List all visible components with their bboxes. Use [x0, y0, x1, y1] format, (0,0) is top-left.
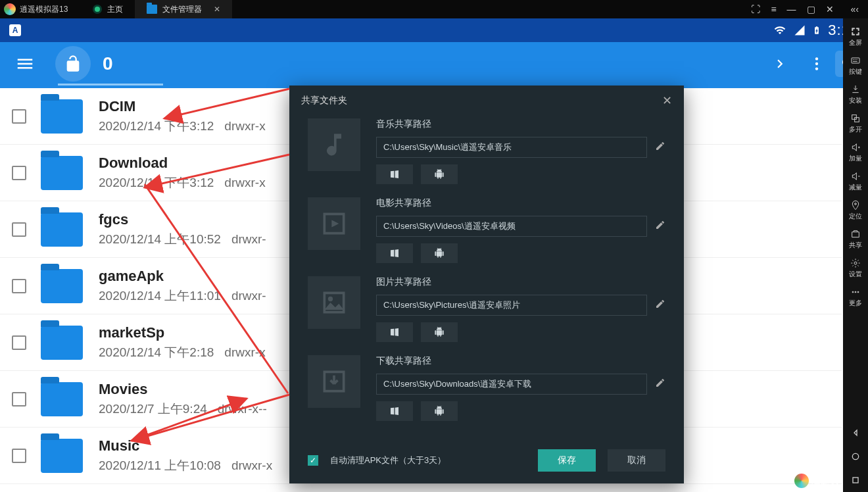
file-meta: 2020/12/14 下午3:12drwxr-x: [99, 174, 266, 191]
sidebar-label: 定位: [849, 212, 862, 221]
path-input[interactable]: [376, 216, 647, 237]
emulator-title: 逍遥模拟器13: [20, 4, 68, 15]
brand-text: 逍遥安: [811, 475, 839, 487]
tab-filemanager[interactable]: 文件管理器 ✕: [135, 0, 232, 18]
win-maximize-button[interactable]: ▢: [807, 4, 815, 14]
sidebar-label: 共享: [849, 241, 862, 250]
sidebar-label: 减量: [849, 183, 862, 192]
sidebar-locate-button[interactable]: 定位: [843, 196, 868, 225]
open-windows-button[interactable]: [376, 322, 413, 342]
sidebar-more-button[interactable]: 更多: [843, 283, 868, 312]
file-meta: 2020/12/14 上午11:01drwxr-: [99, 287, 266, 305]
win-expand-icon[interactable]: «‹: [851, 4, 859, 14]
svg-point-7: [852, 291, 854, 293]
save-button[interactable]: 保存: [538, 449, 596, 472]
video-icon: [308, 197, 360, 250]
auto-clean-checkbox[interactable]: ✓: [308, 455, 318, 466]
file-name: fgcs: [99, 211, 266, 228]
open-windows-button[interactable]: [376, 243, 413, 263]
emulator-sidebar: 全屏按键安装多开加量减量定位共享设置更多: [843, 18, 868, 492]
sidebar-fullscreen-button[interactable]: 全屏: [843, 22, 868, 51]
file-name: gameApk: [99, 268, 266, 285]
share-section: 电影共享路径: [308, 197, 665, 263]
file-name: marketSp: [99, 324, 266, 341]
path-input[interactable]: [376, 295, 647, 316]
nav-home-button[interactable]: [843, 445, 868, 468]
row-checkbox[interactable]: [12, 279, 26, 293]
open-android-button[interactable]: [421, 401, 458, 421]
share-label: 音乐共享路径: [376, 118, 665, 130]
svg-point-1: [815, 62, 818, 65]
win-menu-icon[interactable]: ≡: [771, 4, 776, 14]
open-windows-button[interactable]: [376, 164, 413, 184]
share-label: 图片共享路径: [376, 276, 665, 288]
sidebar-gear-button[interactable]: 设置: [843, 254, 868, 283]
signal-icon: [794, 24, 806, 36]
folder-icon: [41, 382, 83, 416]
file-name: Music: [99, 437, 272, 455]
share-section: 下载共享路径: [308, 355, 665, 421]
sidebar-multi-button[interactable]: 多开: [843, 109, 868, 138]
row-checkbox[interactable]: [12, 109, 26, 124]
open-android-button[interactable]: [421, 243, 458, 263]
win-close-button[interactable]: ✕: [826, 4, 834, 14]
edit-path-button[interactable]: [655, 299, 665, 312]
edit-path-button[interactable]: [655, 378, 665, 391]
svg-point-0: [815, 57, 818, 60]
sidebar-label: 安装: [849, 96, 862, 105]
file-meta: 2020/12/14 上午10:52drwxr-: [99, 231, 266, 248]
hamburger-menu-button[interactable]: [7, 45, 43, 82]
file-name: Movies: [99, 381, 267, 398]
svg-point-10: [852, 453, 858, 459]
tab-close-button[interactable]: ✕: [214, 5, 220, 14]
folder-icon: [41, 212, 83, 247]
row-checkbox[interactable]: [12, 222, 26, 237]
edit-path-button[interactable]: [655, 220, 665, 233]
open-android-button[interactable]: [421, 322, 458, 342]
sidebar-volup-button[interactable]: 加量: [843, 138, 868, 167]
music-icon: [308, 118, 360, 171]
dialog-close-button[interactable]: ✕: [662, 93, 672, 108]
row-checkbox[interactable]: [12, 166, 26, 180]
tab-filemanager-label: 文件管理器: [162, 4, 202, 15]
cancel-button[interactable]: 取消: [608, 449, 665, 472]
forward-button[interactable]: [761, 45, 798, 82]
row-checkbox[interactable]: [12, 449, 26, 463]
sidebar-label: 按键: [849, 67, 862, 76]
open-android-button[interactable]: [421, 164, 458, 184]
sidebar-label: 多开: [849, 125, 862, 134]
sidebar-label: 更多: [849, 299, 862, 308]
share-folder-dialog: 共享文件夹 ✕ 音乐共享路径 电影共享路径: [289, 86, 684, 483]
path-input[interactable]: [376, 137, 647, 158]
win-capture-icon[interactable]: ⛶: [751, 4, 760, 14]
path-input[interactable]: [376, 374, 647, 395]
folder-icon: [41, 269, 83, 303]
row-checkbox[interactable]: [12, 335, 26, 350]
sidebar-label: 全屏: [849, 38, 862, 47]
wifi-icon: [773, 24, 787, 36]
lock-button[interactable]: [55, 46, 91, 82]
svg-point-2: [815, 67, 818, 70]
svg-rect-5: [855, 118, 859, 122]
edit-path-button[interactable]: [655, 141, 665, 154]
tab-home-label: 主页: [107, 4, 123, 15]
open-windows-button[interactable]: [376, 401, 413, 421]
sidebar-keys-button[interactable]: 按键: [843, 51, 868, 80]
sidebar-share-button[interactable]: 共享: [843, 225, 868, 254]
sidebar-voldn-button[interactable]: 减量: [843, 167, 868, 196]
folder-icon: [147, 5, 157, 14]
nav-back-button[interactable]: [843, 421, 868, 445]
tab-home[interactable]: 主页: [81, 0, 135, 18]
brand-watermark: 逍遥安: [794, 474, 839, 488]
row-checkbox[interactable]: [12, 392, 26, 406]
svg-point-6: [854, 262, 857, 264]
file-meta: 2020/12/14 下午2:18drwxr-x: [99, 344, 266, 361]
win-minimize-button[interactable]: —: [787, 4, 796, 14]
overflow-menu-button[interactable]: [798, 45, 835, 82]
nav-recent-button[interactable]: [843, 468, 868, 492]
file-name: DCIM: [99, 98, 266, 115]
sidebar-install-button[interactable]: 安装: [843, 80, 868, 109]
android-statusbar: A 3:13: [0, 18, 868, 42]
battery-charging-icon: [812, 23, 821, 37]
share-section: 图片共享路径: [308, 276, 665, 342]
